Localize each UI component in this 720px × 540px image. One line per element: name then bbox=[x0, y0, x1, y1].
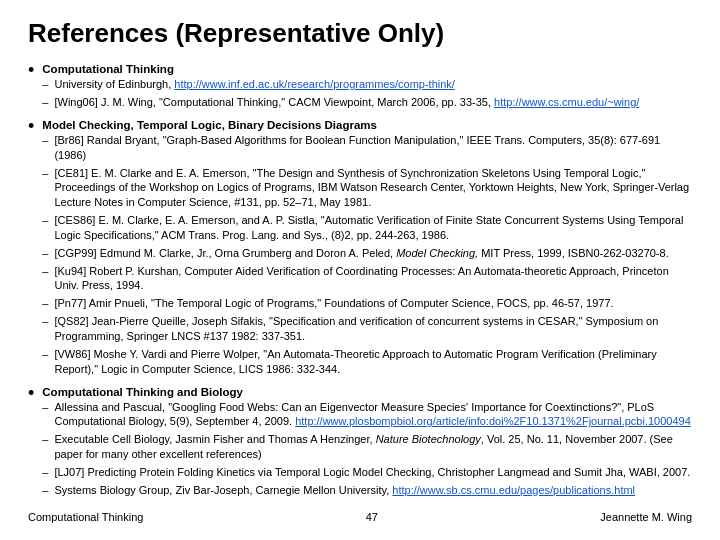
ref-dash: – bbox=[42, 465, 48, 480]
section-title: Computational Thinking bbox=[42, 63, 692, 75]
ref-dash: – bbox=[42, 166, 48, 181]
section-title: Model Checking, Temporal Logic, Binary D… bbox=[42, 119, 692, 131]
ref-text: [QS82] Jean-Pierre Queille, Joseph Sifak… bbox=[54, 314, 692, 344]
section-comp-biology: •Computational Thinking and Biology–Alle… bbox=[28, 386, 692, 501]
ref-text: Executable Cell Biology, Jasmin Fisher a… bbox=[54, 432, 692, 462]
ref-text: [Ku94] Robert P. Kurshan, Computer Aided… bbox=[54, 264, 692, 294]
ref-link[interactable]: http://www.inf.ed.ac.uk/research/program… bbox=[174, 78, 455, 90]
ref-link[interactable]: http://www.plosbompbiol.org/article/info… bbox=[295, 415, 691, 427]
ref-text: Allessina and Pascual, "Googling Food We… bbox=[54, 400, 692, 430]
ref-item: –[CGP99] Edmund M. Clarke, Jr., Orna Gru… bbox=[42, 246, 692, 261]
ref-link[interactable]: http://www.sb.cs.cmu.edu/pages/publicati… bbox=[392, 484, 635, 496]
ref-item: –[QS82] Jean-Pierre Queille, Joseph Sifa… bbox=[42, 314, 692, 344]
ref-dash: – bbox=[42, 400, 48, 415]
ref-text: [CE81] E. M. Clarke and E. A. Emerson, "… bbox=[54, 166, 692, 211]
ref-dash: – bbox=[42, 246, 48, 261]
footer-center: 47 bbox=[366, 511, 378, 523]
ref-dash: – bbox=[42, 314, 48, 329]
section-model-checking: •Model Checking, Temporal Logic, Binary … bbox=[28, 119, 692, 380]
section-content: Model Checking, Temporal Logic, Binary D… bbox=[42, 119, 692, 380]
footer-right: Jeannette M. Wing bbox=[600, 511, 692, 523]
sections-list: •Computational Thinking–University of Ed… bbox=[28, 63, 692, 500]
footer-left: Computational Thinking bbox=[28, 511, 143, 523]
bullet-dot: • bbox=[28, 61, 34, 79]
ref-item: –[Br86] Randal Bryant, "Graph-Based Algo… bbox=[42, 133, 692, 163]
ref-text: University of Edinburgh, http://www.inf.… bbox=[54, 77, 692, 92]
ref-item: –Allessina and Pascual, "Googling Food W… bbox=[42, 400, 692, 430]
ref-text: [LJ07] Predicting Protein Folding Kineti… bbox=[54, 465, 692, 480]
ref-dash: – bbox=[42, 296, 48, 311]
section-content: Computational Thinking–University of Edi… bbox=[42, 63, 692, 113]
ref-item: –Systems Biology Group, Ziv Bar-Joseph, … bbox=[42, 483, 692, 498]
ref-list: –Allessina and Pascual, "Googling Food W… bbox=[42, 400, 692, 498]
ref-text: Systems Biology Group, Ziv Bar-Joseph, C… bbox=[54, 483, 692, 498]
ref-dash: – bbox=[42, 432, 48, 447]
ref-dash: – bbox=[42, 483, 48, 498]
ref-dash: – bbox=[42, 95, 48, 110]
ref-dash: – bbox=[42, 133, 48, 148]
page-title: References (Representative Only) bbox=[28, 18, 692, 49]
ref-item: –[LJ07] Predicting Protein Folding Kinet… bbox=[42, 465, 692, 480]
ref-text: [CES86] E. M. Clarke, E. A. Emerson, and… bbox=[54, 213, 692, 243]
ref-dash: – bbox=[42, 213, 48, 228]
ref-text: [Pn77] Amir Pnueli, "The Temporal Logic … bbox=[54, 296, 692, 311]
ref-item: –[Wing06] J. M. Wing, "Computational Thi… bbox=[42, 95, 692, 110]
ref-item: –Executable Cell Biology, Jasmin Fisher … bbox=[42, 432, 692, 462]
ref-item: –University of Edinburgh, http://www.inf… bbox=[42, 77, 692, 92]
ref-dash: – bbox=[42, 77, 48, 92]
section-content: Computational Thinking and Biology–Alles… bbox=[42, 386, 692, 501]
section-comp-thinking: •Computational Thinking–University of Ed… bbox=[28, 63, 692, 113]
ref-item: –[Ku94] Robert P. Kurshan, Computer Aide… bbox=[42, 264, 692, 294]
ref-text: [Wing06] J. M. Wing, "Computational Thin… bbox=[54, 95, 692, 110]
section-title: Computational Thinking and Biology bbox=[42, 386, 692, 398]
ref-link[interactable]: http://www.cs.cmu.edu/~wing/ bbox=[494, 96, 639, 108]
ref-text: [Br86] Randal Bryant, "Graph-Based Algor… bbox=[54, 133, 692, 163]
ref-text: [CGP99] Edmund M. Clarke, Jr., Orna Grum… bbox=[54, 246, 692, 261]
ref-list: –University of Edinburgh, http://www.inf… bbox=[42, 77, 692, 110]
bullet-dot: • bbox=[28, 384, 34, 402]
ref-item: –[CE81] E. M. Clarke and E. A. Emerson, … bbox=[42, 166, 692, 211]
ref-list: –[Br86] Randal Bryant, "Graph-Based Algo… bbox=[42, 133, 692, 377]
ref-item: –[CES86] E. M. Clarke, E. A. Emerson, an… bbox=[42, 213, 692, 243]
ref-dash: – bbox=[42, 264, 48, 279]
ref-item: –[VW86] Moshe Y. Vardi and Pierre Wolper… bbox=[42, 347, 692, 377]
footer: Computational Thinking 47 Jeannette M. W… bbox=[28, 511, 692, 523]
ref-dash: – bbox=[42, 347, 48, 362]
ref-text: [VW86] Moshe Y. Vardi and Pierre Wolper,… bbox=[54, 347, 692, 377]
bullet-dot: • bbox=[28, 117, 34, 135]
ref-item: –[Pn77] Amir Pnueli, "The Temporal Logic… bbox=[42, 296, 692, 311]
